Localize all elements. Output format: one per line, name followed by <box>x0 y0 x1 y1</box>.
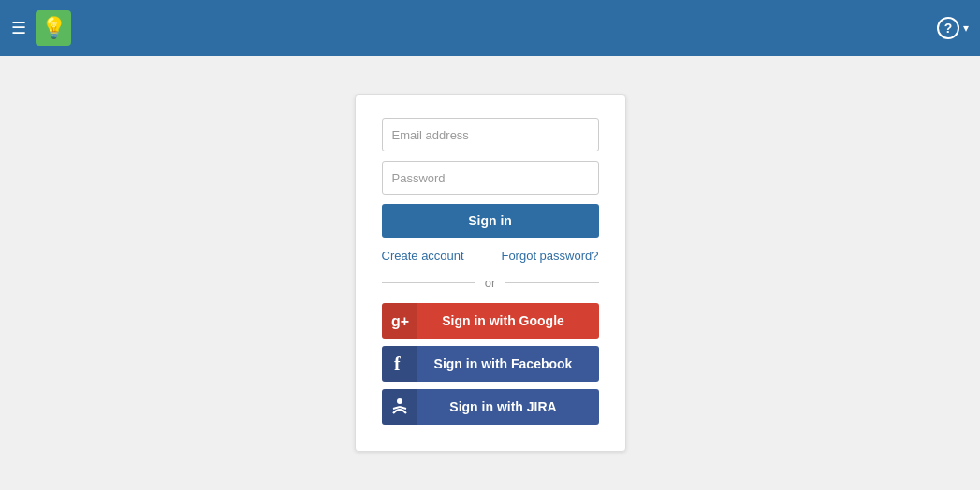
svg-text:g+: g+ <box>391 313 409 329</box>
svg-line-4 <box>400 407 406 409</box>
jira-btn-label: Sign in with JIRA <box>417 399 599 414</box>
svg-text:f: f <box>394 353 401 374</box>
forgot-password-link[interactable]: Forgot password? <box>501 249 598 263</box>
header-right[interactable]: ? ▾ <box>937 17 969 39</box>
jira-signin-button[interactable]: Sign in with JIRA <box>382 389 599 425</box>
or-line-left <box>382 282 475 283</box>
sign-in-button[interactable]: Sign in <box>382 204 599 238</box>
svg-point-2 <box>397 398 402 404</box>
hamburger-icon[interactable]: ☰ <box>11 18 26 38</box>
facebook-icon: f <box>382 346 417 382</box>
google-icon: g+ <box>382 303 417 339</box>
links-row: Create account Forgot password? <box>382 249 599 263</box>
header-left: ☰ 💡 <box>11 10 71 46</box>
caret-icon: ▾ <box>963 22 969 35</box>
help-circle-icon: ? <box>937 17 959 39</box>
facebook-btn-label: Sign in with Facebook <box>417 356 599 371</box>
or-line-right <box>505 282 598 283</box>
jira-icon <box>382 389 417 425</box>
main-content: Sign in Create account Forgot password? … <box>0 56 980 490</box>
header: ☰ 💡 ? ▾ <box>0 0 980 56</box>
login-card: Sign in Create account Forgot password? … <box>355 94 626 452</box>
google-btn-label: Sign in with Google <box>417 313 599 328</box>
logo-box: 💡 <box>36 10 71 46</box>
password-field[interactable] <box>382 161 599 195</box>
or-divider: or <box>382 276 599 290</box>
email-field[interactable] <box>382 118 599 151</box>
or-text: or <box>475 276 505 290</box>
facebook-signin-button[interactable]: f Sign in with Facebook <box>382 346 599 382</box>
create-account-link[interactable]: Create account <box>382 249 464 263</box>
google-signin-button[interactable]: g+ Sign in with Google <box>382 303 599 339</box>
svg-line-3 <box>393 407 400 409</box>
logo-bulb-icon: 💡 <box>41 16 66 40</box>
